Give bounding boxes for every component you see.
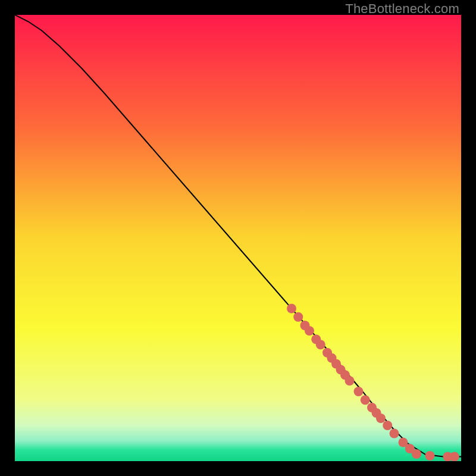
marker-dot bbox=[450, 452, 459, 462]
plot-background bbox=[15, 15, 461, 461]
marker-dot bbox=[287, 304, 296, 314]
marker-dot bbox=[390, 429, 399, 439]
marker-dot bbox=[316, 340, 325, 349]
marker-dot bbox=[425, 451, 435, 461]
marker-dot bbox=[383, 421, 392, 430]
marker-dot bbox=[305, 326, 314, 336]
chart-frame: TheBottleneck.com bbox=[0, 0, 476, 476]
marker-dot bbox=[293, 312, 303, 322]
marker-dot bbox=[361, 395, 370, 405]
marker-dot bbox=[376, 414, 386, 423]
marker-dot bbox=[354, 387, 364, 396]
marker-dot bbox=[345, 376, 355, 386]
marker-dot bbox=[412, 449, 421, 459]
chart-plot bbox=[15, 15, 461, 461]
